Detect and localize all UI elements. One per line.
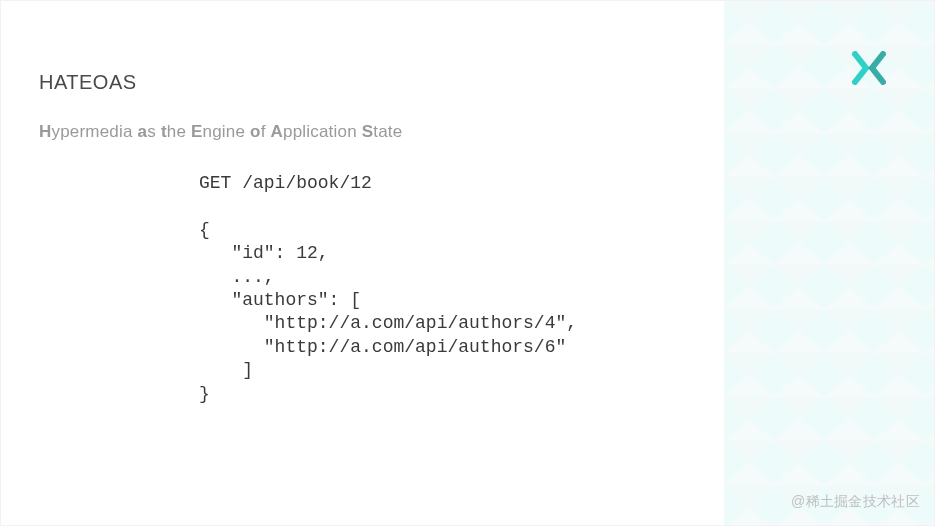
brand-logo-icon [852, 51, 886, 85]
code-example: GET /api/book/12 { "id": 12, ..., "autho… [199, 172, 896, 406]
slide-content: HATEOAS Hypermedia as the Engine of Appl… [1, 1, 934, 406]
watermark-text: @稀土掘金技术社区 [791, 493, 920, 511]
slide-title: HATEOAS [39, 71, 896, 94]
slide-subtitle: Hypermedia as the Engine of Application … [39, 122, 896, 142]
